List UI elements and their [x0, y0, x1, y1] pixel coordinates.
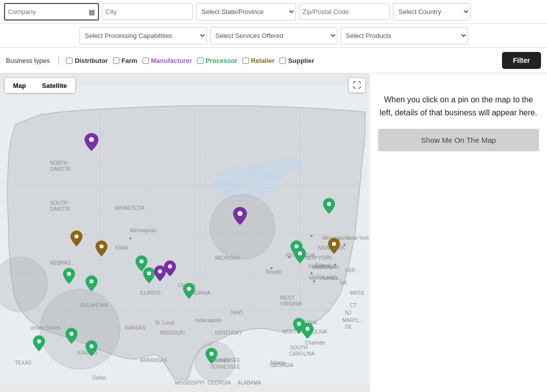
svg-point-89: [140, 260, 144, 264]
manufacturer-checkbox[interactable]: [142, 57, 149, 64]
business-types-row: Business types Distributor Farm Manufact…: [0, 48, 547, 73]
distributor-checkbox-label[interactable]: Distributor: [66, 57, 108, 64]
supplier-checkbox-label[interactable]: Supplier: [280, 57, 314, 64]
svg-point-99: [332, 242, 336, 246]
svg-text:DAKOTA: DAKOTA: [50, 206, 70, 212]
retailer-label: Retailer: [251, 57, 275, 64]
svg-text:DAKOTA: DAKOTA: [50, 166, 70, 172]
zip-input[interactable]: [299, 3, 390, 20]
svg-text:MINNESOTA: MINNESOTA: [115, 205, 144, 211]
services-select[interactable]: Select Services Offered: [210, 27, 338, 44]
svg-text:MISSISSIPPI: MISSISSIPPI: [175, 380, 204, 386]
svg-text:Toronto: Toronto: [265, 269, 282, 275]
search-bar: ▦ Select State/Province AlabamaAlaskaAri…: [0, 0, 547, 24]
svg-point-92: [168, 265, 172, 269]
country-select[interactable]: Select Country United StatesCanadaMexico: [393, 3, 470, 20]
svg-point-82: [210, 195, 275, 260]
svg-text:HA: HA: [340, 280, 347, 286]
processor-label: Processor: [206, 57, 238, 64]
city-input[interactable]: [102, 3, 193, 20]
supplier-label: Supplier: [288, 57, 314, 64]
svg-point-97: [238, 211, 242, 216]
svg-point-81: [40, 290, 120, 370]
products-select[interactable]: Select Products: [340, 27, 468, 44]
svg-point-83: [195, 342, 235, 382]
main-content: Map Satellite ⛶ N: [0, 73, 547, 392]
info-text: When you click on a pin on the map to th…: [378, 93, 539, 119]
svg-point-102: [297, 322, 301, 326]
svg-point-87: [67, 272, 71, 276]
svg-text:MARYL...: MARYL...: [342, 318, 364, 323]
retailer-checkbox[interactable]: [242, 57, 249, 64]
farm-label: Farm: [122, 57, 138, 64]
manufacturer-checkbox-label[interactable]: Manufacturer: [142, 57, 192, 64]
svg-text:NORTH: NORTH: [50, 160, 68, 166]
filter-button[interactable]: Filter: [502, 52, 541, 69]
svg-text:OHIO: OHIO: [230, 310, 243, 316]
svg-point-101: [298, 252, 302, 256]
map-container: Map Satellite ⛶ N: [0, 73, 370, 392]
state-select[interactable]: Select State/Province AlabamaAlaskaArizo…: [196, 3, 296, 20]
svg-text:MASS: MASS: [350, 290, 364, 296]
svg-text:Atlanta: Atlanta: [270, 360, 286, 366]
svg-text:KANSAS: KANSAS: [125, 325, 146, 331]
company-input[interactable]: [5, 4, 86, 19]
farm-checkbox-label[interactable]: Farm: [113, 57, 138, 64]
svg-text:KENTUCKY: KENTUCKY: [215, 330, 242, 336]
svg-point-96: [37, 340, 41, 344]
svg-point-93: [187, 287, 191, 291]
svg-text:DE: DE: [345, 324, 352, 330]
map-fullscreen-button[interactable]: ⛶: [349, 78, 365, 92]
svg-text:St. Louis: St. Louis: [155, 320, 174, 326]
map-tab-satellite[interactable]: Satellite: [34, 78, 75, 93]
svg-text:CAROLINA: CAROLINA: [289, 351, 314, 357]
svg-point-90: [147, 272, 151, 276]
filter-dropdowns-row: Select Processing Capabilities Select Se…: [0, 24, 547, 48]
supplier-checkbox[interactable]: [280, 57, 286, 64]
svg-text:●: ●: [310, 233, 313, 238]
svg-point-86: [100, 245, 104, 249]
svg-point-95: [90, 345, 94, 349]
svg-text:VIRGINIA: VIRGINIA: [280, 301, 302, 307]
svg-text:SOUTH: SOUTH: [290, 345, 308, 351]
svg-point-98: [327, 202, 331, 206]
svg-text:NJ: NJ: [345, 310, 351, 316]
divider: [58, 56, 59, 65]
svg-text:MARYLAND: MARYLAND: [309, 275, 336, 281]
svg-point-85: [74, 235, 78, 239]
svg-text:ARKANSAS: ARKANSAS: [140, 358, 168, 363]
retailer-checkbox-label[interactable]: Retailer: [242, 57, 275, 64]
svg-point-91: [158, 270, 162, 274]
svg-point-4: [210, 178, 240, 196]
svg-text:MISSOURI: MISSOURI: [160, 330, 184, 336]
svg-text:Minneapolis: Minneapolis: [130, 228, 156, 233]
svg-text:Indianapolis: Indianapolis: [195, 318, 222, 323]
business-types-label: Business types: [6, 57, 50, 64]
svg-point-88: [90, 280, 94, 284]
show-map-button[interactable]: Show Me On The Map: [378, 129, 539, 151]
distributor-checkbox[interactable]: [66, 57, 72, 64]
svg-point-3: [278, 158, 302, 172]
svg-text:WEST: WEST: [280, 295, 294, 301]
farm-checkbox[interactable]: [113, 57, 120, 64]
company-icon: ▦: [86, 8, 98, 16]
svg-text:IOWA: IOWA: [115, 245, 128, 251]
company-input-wrap: ▦: [4, 3, 99, 20]
map-tab-controls: Map Satellite: [5, 78, 75, 93]
svg-text:SOUTH: SOUTH: [50, 200, 68, 206]
processor-checkbox[interactable]: [197, 57, 204, 64]
svg-text:Washington: Washington: [312, 264, 338, 270]
map-tab-map[interactable]: Map: [5, 78, 34, 93]
svg-text:●: ●: [270, 265, 273, 271]
svg-text:New York: New York: [348, 235, 369, 241]
svg-point-84: [89, 137, 94, 142]
map-svg: NORTH DAKOTA SOUTH DAKOTA MINNESOTA IOWA…: [0, 73, 370, 392]
svg-point-94: [70, 332, 74, 336]
right-panel: When you click on a pin on the map to th…: [370, 73, 547, 392]
svg-text:ALABAMA: ALABAMA: [238, 380, 262, 386]
svg-point-103: [306, 327, 310, 331]
svg-point-104: [210, 352, 214, 356]
distributor-label: Distributor: [74, 57, 108, 64]
processor-checkbox-label[interactable]: Processor: [197, 57, 238, 64]
processing-select[interactable]: Select Processing Capabilities: [80, 27, 207, 44]
